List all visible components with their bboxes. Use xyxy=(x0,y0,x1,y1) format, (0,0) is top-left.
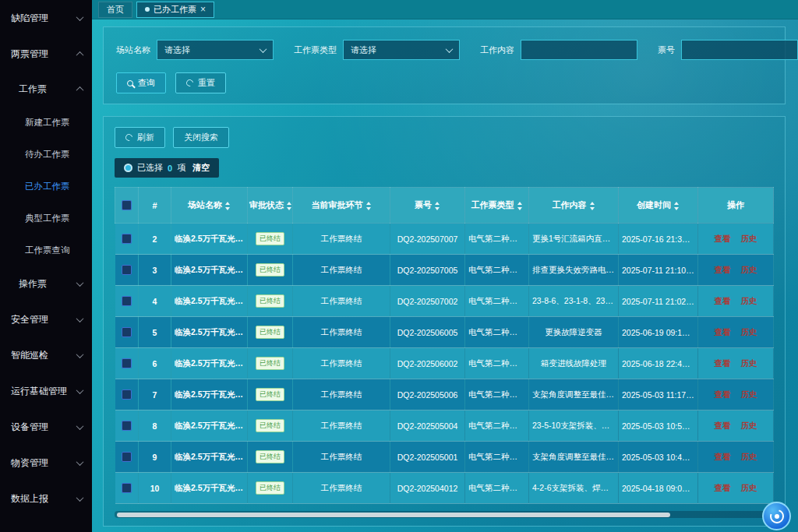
ticket-number-cell: DQ2-202505006 xyxy=(390,379,465,410)
work-content-input[interactable] xyxy=(521,40,637,60)
view-link[interactable]: 查看 xyxy=(715,327,731,336)
table-body: 2 临涣2.5万千瓦光伏电... 已终结 工作票终结 DQ2-202507007… xyxy=(115,224,774,504)
ticket-number-cell: DQ2-202507005 xyxy=(390,255,465,286)
col-header-status[interactable]: 审批状态 xyxy=(248,188,293,224)
history-link[interactable]: 历史 xyxy=(740,483,757,492)
col-header-type[interactable]: 工作票类型 xyxy=(465,188,529,224)
content-area: 场站名称 请选择 工作票类型 请选择 工作内 xyxy=(92,19,798,532)
ticket-number-input[interactable] xyxy=(681,40,798,60)
work-content-field: 工作内容 xyxy=(480,40,637,60)
history-link[interactable]: 历史 xyxy=(740,296,757,305)
field-label: 工作票类型 xyxy=(294,44,337,56)
refresh-button[interactable]: 刷新 xyxy=(115,127,165,148)
sidebar-item-two-ticket-management[interactable]: 两票管理 xyxy=(0,36,92,72)
history-link[interactable]: 历史 xyxy=(740,234,757,243)
row-number: 10 xyxy=(139,473,171,504)
actions-cell: 查看 历史 xyxy=(698,473,774,504)
view-link[interactable]: 查看 xyxy=(715,452,731,461)
view-link[interactable]: 查看 xyxy=(715,358,731,368)
table-row: 8 临涣2.5万千瓦光伏电... 已终结 工作票终结 DQ2-202505004… xyxy=(115,410,774,442)
col-header-created[interactable]: 创建时间 xyxy=(619,188,698,224)
row-number: 8 xyxy=(139,410,171,442)
sidebar-item-data-report[interactable]: 数据上报 xyxy=(0,481,92,516)
tab-done-work-tickets[interactable]: 已办工作票 xyxy=(136,2,214,18)
actions-cell: 查看 历史 xyxy=(698,442,774,473)
station-cell: 临涣2.5万千瓦光伏电... xyxy=(171,410,248,442)
col-header-step[interactable]: 当前审批环节 xyxy=(293,188,390,224)
ticket-number-cell: DQ2-202506005 xyxy=(390,317,465,348)
row-checkbox[interactable] xyxy=(122,483,132,493)
view-link[interactable]: 查看 xyxy=(715,389,731,399)
actions-cell: 查看 历史 xyxy=(698,255,774,286)
ticket-type-select[interactable]: 请选择 xyxy=(343,40,460,60)
station-cell: 临涣2.5万千瓦光伏电... xyxy=(171,317,248,348)
view-link[interactable]: 查看 xyxy=(715,421,731,430)
sidebar-item-smart-inspection[interactable]: 智能巡检 xyxy=(0,337,92,373)
sidebar-item-material-management[interactable]: 物资管理 xyxy=(0,445,92,481)
tab-home[interactable]: 首页 xyxy=(98,2,132,18)
created-time-cell: 2025-07-11 21:10:27 xyxy=(619,255,698,286)
history-link[interactable]: 历史 xyxy=(740,452,757,461)
search-panel: 场站名称 请选择 工作票类型 请选择 工作内 xyxy=(103,26,786,104)
view-link[interactable]: 查看 xyxy=(715,265,731,274)
sidebar-item-safety-management[interactable]: 安全管理 xyxy=(0,301,92,337)
ticket-type-cell: 电气第二种工作票 xyxy=(465,286,529,317)
sidebar-item-typical-work-ticket[interactable]: 典型工作票 xyxy=(0,203,92,234)
sidebar-item-operation-basic-management[interactable]: 运行基础管理 xyxy=(0,373,92,409)
sidebar-item-pending-work-ticket[interactable]: 待办工作票 xyxy=(0,139,92,171)
sidebar-item-equipment-management[interactable]: 设备管理 xyxy=(0,409,92,445)
row-checkbox[interactable] xyxy=(122,296,132,306)
history-link[interactable]: 历史 xyxy=(740,389,757,399)
sidebar-item-operation-ticket[interactable]: 操作票 xyxy=(0,266,92,301)
status-badge: 已终结 xyxy=(256,326,284,339)
close-icon[interactable] xyxy=(200,4,206,15)
sidebar-item-label: 设备管理 xyxy=(11,421,48,434)
reset-button[interactable]: 重置 xyxy=(175,72,226,93)
col-header-content[interactable]: 工作内容 xyxy=(529,188,619,224)
row-number: 4 xyxy=(139,286,171,317)
sidebar-item-label: 操作票 xyxy=(19,277,47,291)
history-link[interactable]: 历史 xyxy=(740,265,757,274)
horizontal-scrollbar-thumb[interactable] xyxy=(117,513,670,517)
select-all-checkbox[interactable] xyxy=(122,200,132,210)
row-checkbox[interactable] xyxy=(122,327,132,337)
table-toolbar: 刷新 关闭搜索 xyxy=(115,127,774,148)
col-header-index: # xyxy=(139,188,171,224)
chevron-down-icon xyxy=(76,422,84,430)
row-checkbox[interactable] xyxy=(122,452,132,462)
row-checkbox[interactable] xyxy=(122,234,132,244)
status-cell: 已终结 xyxy=(248,317,293,348)
sidebar-item-work-ticket[interactable]: 工作票 xyxy=(0,72,92,107)
history-link[interactable]: 历史 xyxy=(740,358,757,368)
query-button[interactable]: 查询 xyxy=(116,72,166,93)
sidebar-item-defect-management[interactable]: 缺陷管理 xyxy=(0,0,92,36)
sidebar-item-label: 工作票 xyxy=(19,83,47,96)
view-link[interactable]: 查看 xyxy=(715,483,731,492)
view-link[interactable]: 查看 xyxy=(715,296,731,305)
view-link[interactable]: 查看 xyxy=(715,234,731,243)
floating-widget-logo-icon[interactable] xyxy=(762,502,791,530)
row-checkbox[interactable] xyxy=(122,389,132,400)
col-header-station[interactable]: 场站名称 xyxy=(171,188,248,224)
sidebar-item-work-ticket-query[interactable]: 工作票查询 xyxy=(0,234,92,266)
row-checkbox[interactable] xyxy=(122,358,132,368)
status-badge: 已终结 xyxy=(256,232,284,245)
close-search-button[interactable]: 关闭搜索 xyxy=(173,127,229,148)
history-link[interactable]: 历史 xyxy=(740,421,757,430)
clear-selection-link[interactable]: 清空 xyxy=(192,162,210,174)
row-checkbox[interactable] xyxy=(122,265,132,275)
col-header-ticket[interactable]: 票号 xyxy=(390,188,465,224)
station-name-field: 场站名称 请选择 xyxy=(116,40,274,60)
ticket-number-cell: DQ2-202507007 xyxy=(390,224,465,255)
row-checkbox[interactable] xyxy=(122,421,132,431)
actions-cell: 查看 历史 xyxy=(698,286,774,317)
sidebar: 缺陷管理 两票管理 工作票 新建工作票 待办工作票 已办工作票 典型工作票 工作… xyxy=(0,0,92,532)
sort-icon xyxy=(590,202,595,210)
actions-cell: 查看 历史 xyxy=(698,348,774,379)
sidebar-item-done-work-ticket[interactable]: 已办工作票 xyxy=(0,171,92,203)
sidebar-item-new-work-ticket[interactable]: 新建工作票 xyxy=(0,107,92,139)
history-link[interactable]: 历史 xyxy=(740,327,757,336)
ticket-number-field: 票号 xyxy=(658,40,798,60)
field-label: 票号 xyxy=(658,44,675,56)
station-name-select[interactable]: 请选择 xyxy=(157,40,274,60)
